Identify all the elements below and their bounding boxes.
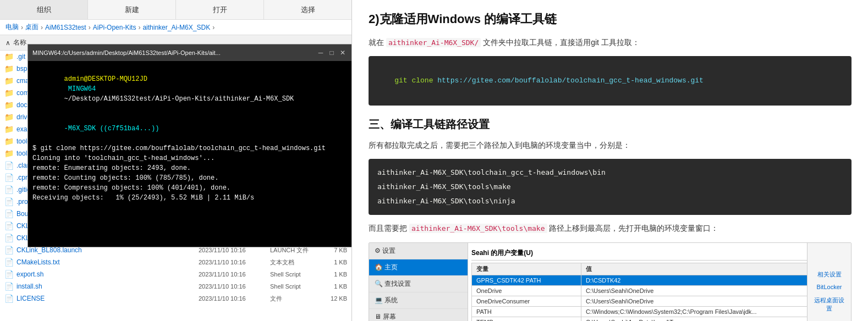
terminal-prompt-user: admin@DESKTOP-MQU12JD — [64, 75, 147, 83]
folder-icon: 📁 — [4, 76, 14, 85]
toolbar-new[interactable]: 新建 — [88, 0, 176, 19]
terminal-prompt-path: ~/Desktop/AiM61S32test/AiPi-Open-Kits/ai… — [64, 95, 294, 103]
install-sh-type: Shell Script — [270, 283, 320, 290]
env-path-1: aithinker_Ai-M6X_SDK\toolchain_gcc_t-hea… — [377, 165, 843, 180]
env-path-3: aithinker_Ai-M6X_SDK\tools\ninja — [377, 194, 843, 208]
screenshot-nav-screen[interactable]: 🖥 屏幕 — [369, 309, 468, 321]
folder-icon: 📁 — [4, 101, 14, 109]
folder-icon: 📁 — [4, 113, 14, 121]
file-icon: 📄 — [4, 258, 14, 267]
folder-icon: 📁 — [4, 52, 14, 61]
terminal-title: MINGW64:/c/Users/admin/Desktop/AiM61S32t… — [32, 49, 314, 56]
terminal-window: MINGW64:/c/Users/admin/Desktop/AiM61S32t… — [28, 44, 352, 247]
file-icon: 📄 — [4, 173, 14, 182]
terminal-line-5: remote: Compressing objects: 100% (401/4… — [32, 183, 347, 193]
screenshot-nav-search[interactable]: 🔍 查找设置 — [369, 276, 468, 292]
file-icon: 📄 — [4, 234, 14, 242]
section3-title: 三、编译工具链路径设置 — [369, 117, 851, 132]
screenshot-side-links: 相关设置 BitLocker 远程桌面设置 — [807, 243, 851, 321]
terminal-line-2: Cloning into 'toolchain_gcc_t-head_windo… — [32, 153, 347, 163]
env-paths-block: aithinker_Ai-M6X_SDK\toolchain_gcc_t-hea… — [369, 159, 851, 215]
section3-note-path: aithinker_Ai-M6X_SDK\tools\make — [409, 224, 547, 233]
section3-note: 而且需要把 aithinker_Ai-M6X_SDK\tools\make 路径… — [369, 222, 851, 235]
toolbar-open[interactable]: 打开 — [176, 0, 264, 19]
export-sh-type: Shell Script — [270, 271, 320, 278]
list-item[interactable]: 📄 CMakeLists.txt 2023/11/10 10:16 文本文档 1… — [0, 256, 351, 268]
env-vars-screenshot: ⚙ 设置 🏠 主页 🔍 查找设置 💻 系统 🖥 屏幕 🔊 声音 Seahi 的用… — [369, 242, 851, 321]
side-link-bitlocker[interactable]: BitLocker — [817, 283, 842, 291]
breadcrumb-item-pc[interactable]: 电脑 — [6, 23, 19, 32]
terminal-prompt-mingw: MINGW64 — [64, 85, 100, 93]
terminal-minimize-button[interactable]: ─ — [316, 48, 325, 57]
terminal-titlebar: MINGW64:/c/Users/admin/Desktop/AiM61S32t… — [28, 45, 351, 61]
toolbar-organize[interactable]: 组织 — [0, 0, 88, 19]
file-icon: 📄 — [4, 161, 14, 170]
sort-arrow-icon: ∧ — [6, 39, 10, 47]
file-icon: 📄 — [4, 209, 14, 218]
table-row[interactable]: OneDrive C:\Users\Seahi\OneDrive — [472, 285, 848, 296]
screenshot-env-table: 变量 值 GPRS_CSDTK42 PATH D:\CSDTK42 OneDri… — [471, 263, 848, 321]
folder-icon: 📁 — [4, 137, 14, 146]
toolbar-select[interactable]: 选择 — [264, 0, 351, 19]
list-item[interactable]: 📄 export.sh 2023/11/10 10:16 Shell Scrip… — [0, 268, 351, 280]
side-link-remote[interactable]: 远程桌面设置 — [812, 296, 847, 313]
terminal-body[interactable]: admin@DESKTOP-MQU12JD MINGW64 ~/Desktop/… — [28, 61, 351, 247]
breadcrumb-item-sdk[interactable]: aithinker_Ai-M6X_SDK — [142, 24, 210, 31]
file-icon: 📄 — [4, 185, 14, 194]
screenshot-nav-system[interactable]: 💻 系统 — [369, 292, 468, 309]
doc-panel: 2)克隆适用Windows 的编译工具链 就在 aithinker_Ai-M6X… — [352, 0, 868, 321]
section2-title: 2)克隆适用Windows 的编译工具链 — [369, 11, 851, 28]
table-row[interactable]: GPRS_CSDTK42 PATH D:\CSDTK42 — [472, 275, 848, 285]
env-path-2: aithinker_Ai-M6X_SDK\tools\make — [377, 180, 843, 194]
section3-note-prefix: 而且需要把 — [369, 224, 407, 233]
breadcrumb-item-aim61[interactable]: AiM61S32test — [45, 24, 86, 31]
terminal-line-6: Receiving objects: 1% (25/2493), 5.52 Mi… — [32, 193, 347, 203]
terminal-line-3: remote: Enumerating objects: 2493, done. — [32, 163, 347, 173]
terminal-line-1: $ git clone https://gitee.com/bouffalola… — [32, 143, 347, 153]
list-item[interactable]: 📄 LICENSE 2023/11/10 10:16 文件 12 KB — [0, 292, 351, 305]
folder-icon: 📁 — [4, 149, 14, 158]
git-cmd-prefix: git clone — [394, 76, 437, 85]
file-icon: 📄 — [4, 246, 14, 254]
section3-intro: 所有都拉取完成之后，需要把三个路径加入到电脑的环境变量当中，分别是： — [369, 139, 851, 152]
folder-icon: 📁 — [4, 125, 14, 134]
section3-note-suffix: 路径上移到最高层，先打开电脑的环境变量窗口： — [549, 224, 718, 233]
screenshot-nav-settings[interactable]: ⚙ 设置 — [369, 243, 468, 259]
side-link-related[interactable]: 相关设置 — [817, 270, 842, 279]
screenshot-dialog-title: Seahi 的用户变量(U) — [471, 246, 848, 261]
git-clone-code-block[interactable]: git clone git clone https://gitee.com/bo… — [369, 56, 851, 106]
screenshot-col-var: 变量 — [472, 263, 581, 275]
breadcrumb: 电脑 › 桌面 › AiM61S32test › AiPi-Open-Kits … — [0, 20, 351, 35]
file-explorer: 组织 新建 打开 选择 电脑 › 桌面 › AiM61S32test › AiP… — [0, 0, 352, 321]
file-icon: 📄 — [4, 294, 14, 303]
breadcrumb-item-desktop[interactable]: 桌面 — [25, 23, 39, 32]
folder-icon: 📁 — [4, 64, 14, 73]
screenshot-env-dialog: Seahi 的用户变量(U) 变量 值 GPRS_CSDTK42 PATH D:… — [468, 243, 851, 321]
folder-icon: 📁 — [4, 88, 14, 97]
table-row[interactable]: OneDriveConsumer C:\Users\Seahi\OneDrive — [472, 296, 848, 306]
breadcrumb-item-aipi[interactable]: AiPi-Open-Kits — [93, 24, 136, 31]
terminal-close-button[interactable]: ✕ — [338, 48, 347, 57]
list-item[interactable]: 📄 install.sh 2023/11/10 10:16 Shell Scri… — [0, 280, 351, 292]
file-icon: 📄 — [4, 222, 14, 230]
file-icon: 📄 — [4, 197, 14, 206]
terminal-branch: -M6X_SDK ((c7f51ba4...)) — [64, 125, 160, 132]
terminal-line-4: remote: Counting objects: 100% (785/785)… — [32, 173, 347, 183]
file-icon: 📄 — [4, 270, 14, 279]
section2-intro: 就在 aithinker_Ai-M6X_SDK/ 文件夹中拉取工具链，直接适用g… — [369, 36, 851, 49]
screenshot-nav-home[interactable]: 🏠 主页 — [369, 259, 468, 276]
table-row[interactable]: PATH C:\Windows;C:\Windows\System32;C:\P… — [472, 306, 848, 317]
terminal-maximize-button[interactable]: □ — [327, 48, 336, 57]
folder-name-label: 名称 — [13, 38, 26, 47]
explorer-toolbar: 组织 新建 打开 选择 — [0, 0, 351, 20]
file-icon: 📄 — [4, 282, 14, 291]
screenshot-settings-nav: ⚙ 设置 🏠 主页 🔍 查找设置 💻 系统 🖥 屏幕 🔊 声音 — [369, 243, 468, 321]
table-row[interactable]: TEMP C:\Users\Seahi\AppData\Local\Temp — [472, 317, 848, 321]
